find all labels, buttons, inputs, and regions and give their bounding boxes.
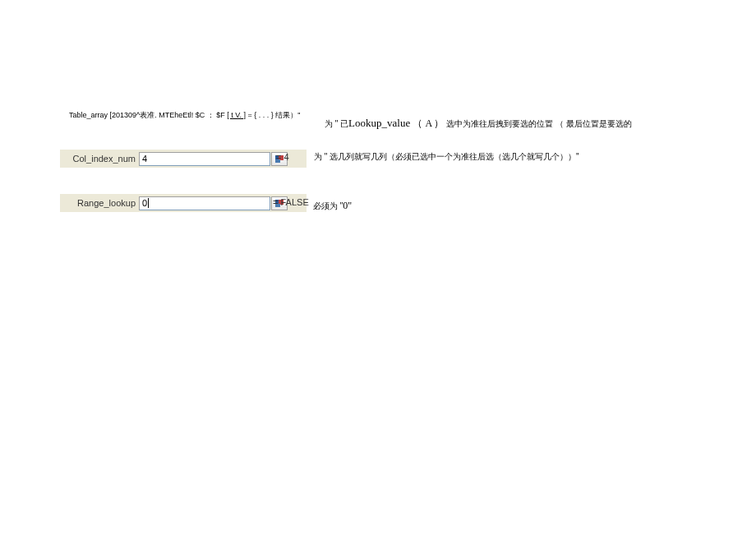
range-lookup-note-zero: 0": [343, 200, 352, 211]
text-cursor: [148, 198, 149, 208]
range-lookup-result: = FALSE: [273, 197, 309, 207]
range-lookup-value: 0: [142, 198, 147, 208]
col-index-num-row: Col_index_num 4: [60, 150, 307, 168]
range-lookup-note: 必须为 "0": [313, 200, 352, 212]
range-lookup-input[interactable]: 0: [139, 196, 270, 210]
lookup-value-note: 为 " 已Lookup_value （ A ） 选中为准往后拽到要选的位置 （ …: [325, 117, 632, 131]
lookup-paren: （ A ）: [413, 118, 444, 129]
lookup-note-suffix: 选中为准往后拽到要选的位置 （ 最后位置是要选的: [444, 119, 631, 128]
table-array-suffix: = { . . . } 结果）": [246, 111, 300, 119]
col-index-num-input[interactable]: 4: [139, 152, 270, 166]
range-lookup-label: Range_lookup: [63, 198, 139, 208]
table-array-text: Table_array [201309^表准. MTEheEtl! $C ： $…: [69, 110, 300, 121]
range-lookup-note-prefix: 必须为 ": [313, 201, 343, 210]
col-index-num-note: 为 " 选几列就写几列（必须已选中一个为准往后选（选几个就写几个））": [314, 151, 579, 163]
col-index-num-result: = 4: [276, 152, 289, 162]
col-index-num-value: 4: [142, 154, 147, 164]
table-array-underline: [ t V. ]: [227, 111, 246, 119]
lookup-value-term: Lookup_value: [348, 117, 413, 129]
lookup-note-prefix: 为 " 已: [325, 119, 348, 128]
col-index-num-label: Col_index_num: [63, 154, 139, 164]
table-array-prefix: Table_array [201309^表准. MTEheEtl! $C ： $…: [69, 111, 227, 119]
range-lookup-row: Range_lookup 0: [60, 194, 307, 212]
